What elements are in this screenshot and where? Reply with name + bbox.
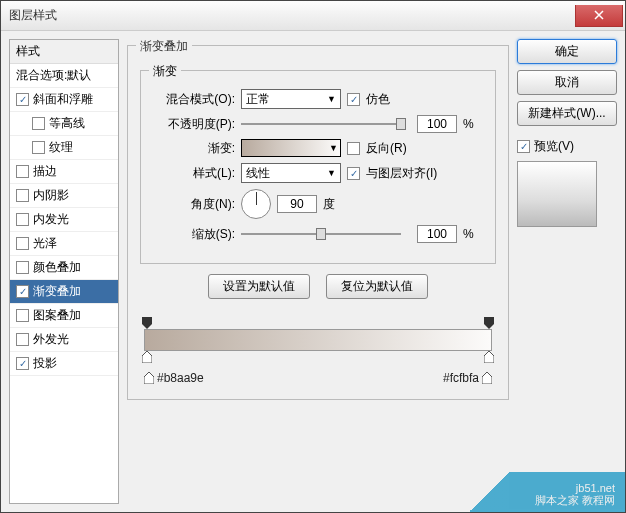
checkbox-icon[interactable] [16,333,29,346]
gradient-editor-area: #b8aa9e #fcfbfa [140,329,496,385]
sidebar-item-bevel[interactable]: ✓斜面和浮雕 [10,88,118,112]
checkbox-icon[interactable] [16,213,29,226]
right-buttons: 确定 取消 新建样式(W)... ✓ 预览(V) [517,39,617,504]
layer-style-dialog: 图层样式 样式 混合选项:默认 ✓斜面和浮雕 等高线 纹理 描边 内阴影 内发光… [0,0,626,513]
checkbox-icon[interactable]: ✓ [16,93,29,106]
group-title: 渐变 [149,63,181,80]
sidebar-blend-options[interactable]: 混合选项:默认 [10,64,118,88]
titlebar: 图层样式 [1,1,625,31]
stop-icon [482,372,492,384]
right-color-label: #fcfbfa [443,371,492,385]
sidebar-item-drop-shadow[interactable]: ✓投影 [10,352,118,376]
sidebar-item-contour[interactable]: 等高线 [10,112,118,136]
reverse-label: 反向(R) [366,140,407,157]
preview-thumbnail [517,161,597,227]
preview-area: ✓ 预览(V) [517,138,617,227]
opacity-label: 不透明度(P): [153,116,235,133]
watermark: jb51.net 脚本之家 教程网 [405,472,625,512]
set-default-button[interactable]: 设置为默认值 [208,274,310,299]
sidebar-item-outer-glow[interactable]: 外发光 [10,328,118,352]
gradient-picker[interactable]: ▼ [241,139,341,157]
sidebar-item-satin[interactable]: 光泽 [10,232,118,256]
window-title: 图层样式 [9,7,57,24]
scale-input[interactable]: 100 [417,225,457,243]
color-stop-left[interactable] [142,351,152,363]
angle-input[interactable]: 90 [277,195,317,213]
checkbox-icon[interactable] [32,117,45,130]
checkbox-icon[interactable] [32,141,45,154]
gradient-overlay-panel: 渐变叠加 渐变 混合模式(O): 正常▼ ✓ 仿色 不透明度(P): 10 [127,45,509,400]
checkbox-icon[interactable] [16,261,29,274]
reverse-checkbox[interactable] [347,142,360,155]
sidebar-item-color-overlay[interactable]: 颜色叠加 [10,256,118,280]
blend-mode-select[interactable]: 正常▼ [241,89,341,109]
opacity-stop-left[interactable] [142,317,152,329]
panel-title: 渐变叠加 [136,38,192,55]
gradient-label: 渐变: [153,140,235,157]
color-stop-right[interactable] [484,351,494,363]
sidebar-item-gradient-overlay[interactable]: ✓渐变叠加 [10,280,118,304]
preview-checkbox[interactable]: ✓ [517,140,530,153]
scale-label: 缩放(S): [153,226,235,243]
new-style-button[interactable]: 新建样式(W)... [517,101,617,126]
checkbox-icon[interactable]: ✓ [16,357,29,370]
opacity-slider[interactable] [241,117,411,131]
close-icon [594,10,604,20]
chevron-down-icon: ▼ [327,94,336,104]
sidebar-item-inner-glow[interactable]: 内发光 [10,208,118,232]
align-checkbox[interactable]: ✓ [347,167,360,180]
ok-button[interactable]: 确定 [517,39,617,64]
stop-icon [144,372,154,384]
sidebar-item-pattern-overlay[interactable]: 图案叠加 [10,304,118,328]
checkbox-icon[interactable] [16,237,29,250]
left-color-label: #b8aa9e [144,371,204,385]
gradient-group: 渐变 混合模式(O): 正常▼ ✓ 仿色 不透明度(P): 100 % [140,70,496,264]
dither-checkbox[interactable]: ✓ [347,93,360,106]
close-button[interactable] [575,5,623,27]
chevron-down-icon: ▼ [329,143,338,153]
checkbox-icon[interactable]: ✓ [16,285,29,298]
gradient-bar[interactable] [144,329,492,351]
cancel-button[interactable]: 取消 [517,70,617,95]
style-select[interactable]: 线性▼ [241,163,341,183]
sidebar-header: 样式 [10,40,118,64]
styles-sidebar: 样式 混合选项:默认 ✓斜面和浮雕 等高线 纹理 描边 内阴影 内发光 光泽 颜… [9,39,119,504]
chevron-down-icon: ▼ [327,168,336,178]
sidebar-item-texture[interactable]: 纹理 [10,136,118,160]
sidebar-item-stroke[interactable]: 描边 [10,160,118,184]
reset-default-button[interactable]: 复位为默认值 [326,274,428,299]
align-label: 与图层对齐(I) [366,165,437,182]
sidebar-item-inner-shadow[interactable]: 内阴影 [10,184,118,208]
style-label: 样式(L): [153,165,235,182]
preview-label: 预览(V) [534,138,574,155]
angle-label: 角度(N): [153,196,235,213]
scale-slider[interactable] [241,227,411,241]
checkbox-icon[interactable] [16,309,29,322]
angle-dial[interactable] [241,189,271,219]
opacity-input[interactable]: 100 [417,115,457,133]
dither-label: 仿色 [366,91,390,108]
checkbox-icon[interactable] [16,165,29,178]
checkbox-icon[interactable] [16,189,29,202]
opacity-stop-right[interactable] [484,317,494,329]
blend-mode-label: 混合模式(O): [153,91,235,108]
